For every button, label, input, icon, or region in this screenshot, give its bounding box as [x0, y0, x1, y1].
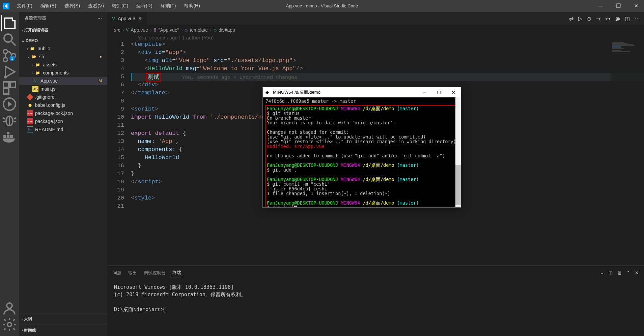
- git-terminal-content[interactable]: 74f8c6d..f069ae5 master -> master FanJun…: [263, 97, 461, 207]
- file-main-js[interactable]: JS main.js: [19, 85, 107, 93]
- split-icon[interactable]: ◫: [625, 16, 630, 22]
- next-icon[interactable]: ⊶: [605, 16, 611, 22]
- menu-help[interactable]: 帮助(H): [180, 2, 203, 10]
- vue-icon: V: [126, 28, 129, 32]
- chevron-down-icon: ⌄: [22, 39, 24, 43]
- activity-accounts[interactable]: [1, 300, 18, 316]
- svg-rect-18: [7, 135, 9, 138]
- timeline-section[interactable]: › 时间线: [19, 325, 107, 336]
- svg-point-21: [7, 303, 12, 308]
- activity-explorer[interactable]: [1, 15, 18, 31]
- project-section[interactable]: ⌄ DEMO: [19, 37, 107, 44]
- git-scrollbar[interactable]: [455, 97, 461, 207]
- open-editors-section[interactable]: › 打开的编辑器: [19, 26, 107, 34]
- minimap[interactable]: [610, 40, 644, 265]
- svg-point-3: [3, 58, 7, 62]
- window-title: App.vue - demo - Visual Studio Code: [286, 3, 358, 8]
- terminal-dropdown[interactable]: ⌄: [600, 270, 604, 275]
- breadcrumb[interactable]: src› V App.vue› {} "App.vue"› ◇ template…: [107, 25, 644, 35]
- folder-icon: 📁: [35, 70, 41, 76]
- git-bash-window[interactable]: ◆ MINGW64:/d/桌面/demo ─ ☐ ✕ 74f8c6d..f069…: [262, 87, 461, 208]
- more-icon[interactable]: ⋯: [635, 16, 640, 22]
- svg-line-1: [11, 41, 16, 45]
- folder-icon: 📁: [35, 62, 41, 68]
- svg-point-2: [3, 50, 7, 54]
- activity-settings[interactable]: [1, 316, 18, 333]
- activity-live[interactable]: [1, 96, 18, 112]
- npm-icon: npm: [27, 110, 33, 116]
- file-gitignore[interactable]: .gitignore: [19, 93, 107, 101]
- prev-icon[interactable]: ⊸: [596, 16, 600, 22]
- folder-components[interactable]: › 📁 components: [19, 69, 107, 77]
- panel-tab-debug[interactable]: 调试控制台: [144, 269, 166, 277]
- activity-extensions[interactable]: [1, 80, 18, 96]
- chevron-right-icon: ›: [22, 317, 23, 321]
- minimize-button[interactable]: ─: [595, 2, 606, 10]
- activity-docker[interactable]: [1, 128, 18, 145]
- svg-rect-19: [10, 135, 13, 138]
- menu-selection[interactable]: 选择(S): [61, 2, 84, 10]
- menu-view[interactable]: 查看(V): [85, 2, 107, 10]
- svg-rect-17: [3, 135, 6, 138]
- chevron-right-icon: ›: [32, 63, 33, 67]
- split-terminal-icon[interactable]: ◫: [609, 270, 613, 275]
- panel-tab-terminal[interactable]: 终端: [172, 268, 181, 277]
- activity-bar: 1: [0, 12, 19, 336]
- sidebar: 资源管理器 ⋯ › 打开的编辑器 ⌄ DEMO › 📁 public ⌄ 📂 s…: [19, 12, 107, 336]
- line-numbers: 123456789101112131415161718192021: [107, 40, 131, 265]
- folder-assets[interactable]: › 📁 assets: [19, 61, 107, 69]
- kill-terminal-icon[interactable]: 🗑: [617, 270, 622, 275]
- sidebar-title: 资源管理器 ⋯: [19, 12, 107, 25]
- folder-icon: 📂: [31, 54, 37, 60]
- file-package-lock[interactable]: npm package-lock.json: [19, 109, 107, 117]
- menu-run[interactable]: 运行(R): [133, 2, 156, 10]
- terminal-content[interactable]: Microsoft Windows [版本 10.0.18363.1198] (…: [107, 280, 644, 336]
- panel-tab-output[interactable]: 输出: [128, 269, 137, 277]
- close-button[interactable]: ✕: [631, 2, 641, 10]
- folder-src[interactable]: ⌄ 📂 src ●: [19, 53, 107, 61]
- template-icon: ◇: [185, 28, 188, 32]
- folder-public[interactable]: › 📁 public: [19, 44, 107, 53]
- svg-rect-20: [7, 132, 9, 134]
- menu-file[interactable]: 文件(F): [13, 2, 36, 10]
- file-readme[interactable]: M↓ README.md: [19, 125, 107, 133]
- scm-badge: 1: [9, 56, 15, 61]
- sidebar-more-icon[interactable]: ⋯: [97, 16, 102, 21]
- compare-icon[interactable]: ⇄: [569, 16, 573, 22]
- git-close-button[interactable]: ✕: [449, 89, 458, 96]
- maximize-button[interactable]: ❐: [613, 2, 624, 10]
- maximize-panel-icon[interactable]: ⌃: [626, 270, 630, 275]
- tab-close-button[interactable]: ✕: [138, 16, 142, 21]
- activity-bug[interactable]: [1, 112, 18, 128]
- menu-edit[interactable]: 编辑(E): [37, 2, 60, 10]
- file-babel-config[interactable]: ⬤ babel.config.js: [19, 101, 107, 109]
- git-icon: [27, 94, 33, 100]
- menu-go[interactable]: 转到(G): [109, 2, 132, 10]
- run-icon[interactable]: ▷: [578, 16, 582, 22]
- git-icon[interactable]: ⊙: [587, 16, 591, 22]
- outline-section[interactable]: › 大纲: [19, 313, 107, 325]
- file-app-vue[interactable]: V App.vue M: [19, 77, 107, 85]
- chevron-right-icon: ›: [22, 28, 23, 32]
- annotate-icon[interactable]: ◉: [615, 16, 620, 22]
- vue-icon: V: [112, 16, 115, 21]
- svg-line-13: [3, 118, 5, 119]
- titlebar: 文件(F) 编辑(E) 选择(S) 查看(V) 转到(G) 运行(R) 终端(T…: [0, 0, 644, 12]
- tab-app-vue[interactable]: V App.vue ✕: [107, 12, 147, 25]
- menu-terminal[interactable]: 终端(T): [157, 2, 179, 10]
- panel-tab-problems[interactable]: 问题: [113, 269, 121, 277]
- activity-scm[interactable]: 1: [1, 48, 18, 64]
- file-package-json[interactable]: npm package.json: [19, 117, 107, 125]
- npm-icon: npm: [27, 118, 33, 124]
- close-panel-icon[interactable]: ✕: [635, 270, 639, 275]
- activity-search[interactable]: [1, 31, 18, 48]
- mingw-icon: ◆: [265, 90, 271, 95]
- git-maximize-button[interactable]: ☐: [434, 89, 444, 96]
- git-minimize-button[interactable]: ─: [420, 89, 429, 96]
- activity-run[interactable]: [1, 64, 18, 80]
- git-output-highlight: FanJunyang@DESKTOP-UOUDONJ MINGW64 /d/桌面…: [265, 105, 458, 207]
- git-titlebar[interactable]: ◆ MINGW64:/d/桌面/demo ─ ☐ ✕: [263, 87, 461, 97]
- chevron-down-icon: ⌄: [27, 55, 30, 59]
- svg-point-22: [7, 323, 11, 327]
- svg-point-0: [4, 34, 12, 42]
